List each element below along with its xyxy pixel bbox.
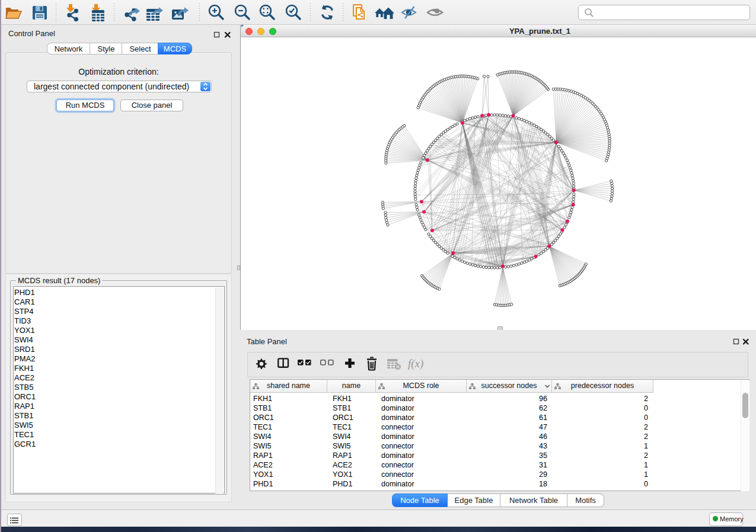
svg-text:f(x): f(x)	[408, 357, 423, 370]
